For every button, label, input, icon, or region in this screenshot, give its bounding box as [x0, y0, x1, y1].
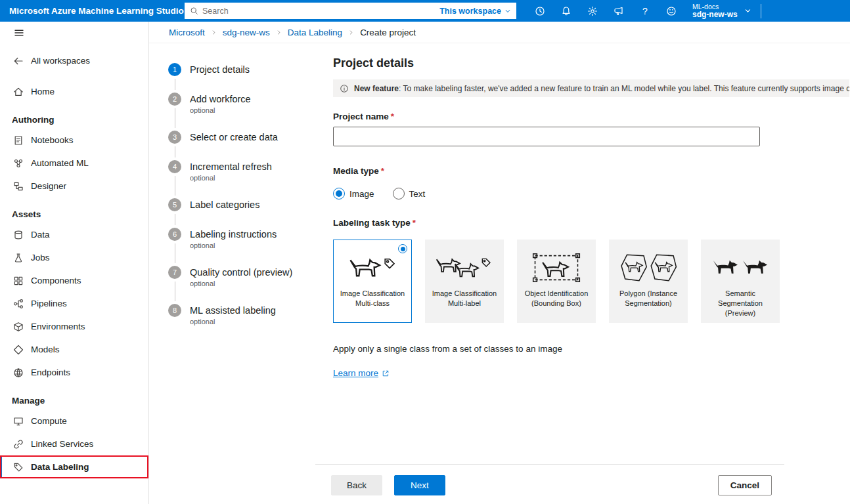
task-card-image-classification-multiclass[interactable]: Image Classification Multi-class — [333, 240, 412, 323]
required-asterisk: * — [391, 112, 394, 121]
bell-icon — [561, 6, 571, 16]
step-number-badge: 7 — [168, 266, 181, 279]
workspace-switcher[interactable]: ML-docs sdg-new-ws — [692, 3, 751, 20]
step-number-badge: 2 — [168, 93, 181, 106]
step-connector — [175, 214, 175, 225]
notifications-button[interactable] — [553, 0, 579, 22]
app-title[interactable]: Microsoft Azure Machine Learning Studio — [0, 6, 185, 16]
flask-icon — [13, 253, 24, 263]
media-type-options: Image Text — [333, 188, 850, 200]
wizard-step-incremental-refresh[interactable]: 4 Incremental refreshoptional — [168, 160, 315, 198]
spacer — [333, 378, 850, 464]
wizard-step-labeling-instructions[interactable]: 6 Labeling instructionsoptional — [168, 228, 315, 266]
search-input[interactable] — [202, 7, 439, 16]
task-card-label: Polygon (Instance Segmentation) — [610, 289, 687, 308]
project-name-input[interactable] — [333, 127, 760, 146]
breadcrumb-link-microsoft[interactable]: Microsoft — [169, 28, 205, 37]
next-button[interactable]: Next — [394, 475, 445, 495]
dogs-polygon-icon — [618, 252, 679, 284]
learn-more-link[interactable]: Learn more — [333, 368, 390, 378]
task-card-label: Image Classification Multi-class — [334, 289, 411, 308]
hamburger-icon — [14, 28, 24, 38]
topbar-actions: ? — [527, 0, 684, 22]
settings-button[interactable] — [579, 0, 606, 22]
step-number-badge: 6 — [168, 228, 181, 241]
task-card-object-identification[interactable]: Object Identification (Bounding Box) — [517, 240, 596, 323]
task-card-image-classification-multilabel[interactable]: Image Classification Multi-label — [425, 240, 504, 323]
all-workspaces-link[interactable]: All workspaces — [0, 49, 148, 72]
sidebar-item-automated-ml[interactable]: Automated ML — [0, 152, 148, 175]
breadcrumb-link-data-labeling[interactable]: Data Labeling — [288, 28, 342, 37]
wizard-step-add-workforce[interactable]: 2 Add workforceoptional — [168, 93, 315, 131]
sidebar-item-jobs[interactable]: Jobs — [0, 246, 148, 269]
azure-ml-studio-window: Microsoft Azure Machine Learning Studio … — [0, 0, 850, 504]
globe-icon — [13, 368, 24, 378]
radio-selected-icon — [333, 188, 345, 200]
task-description: Apply only a single class from a set of … — [333, 344, 850, 354]
gear-icon — [587, 6, 598, 16]
sidebar-item-data-labeling[interactable]: Data Labeling — [0, 455, 148, 478]
workspace-name: ML-docs sdg-new-ws — [692, 3, 738, 20]
wizard-step-ml-assisted-labeling[interactable]: 8 ML assisted labelingoptional — [168, 304, 315, 342]
step-connector — [175, 79, 175, 90]
sidebar-item-models[interactable]: Models — [0, 338, 148, 361]
help-button[interactable]: ? — [632, 0, 658, 22]
sidebar-item-designer[interactable]: Designer — [0, 175, 148, 198]
wizard-step-quality-control[interactable]: 7 Quality control (preview)optional — [168, 266, 315, 304]
diamond-icon — [13, 345, 24, 355]
wizard-step-label-categories[interactable]: 5 Label categories — [168, 198, 315, 228]
sidebar-item-label: Endpoints — [31, 368, 70, 377]
breadcrumb-link-workspace[interactable]: sdg-new-ws — [223, 28, 270, 37]
media-type-text-radio[interactable]: Text — [393, 188, 426, 200]
radio-label: Text — [409, 189, 426, 199]
task-card-label: Object Identification (Bounding Box) — [518, 289, 595, 308]
directory-name: ML-docs — [692, 3, 738, 10]
sidebar-item-pipelines[interactable]: Pipelines — [0, 292, 148, 315]
cancel-button[interactable]: Cancel — [718, 475, 772, 495]
radio-label: Image — [349, 189, 374, 199]
cube-icon — [13, 322, 24, 332]
section-title-manage: Manage — [0, 384, 148, 410]
step-label: Project details — [190, 63, 250, 76]
search-box[interactable]: This workspace — [185, 3, 516, 19]
radio-unselected-icon — [393, 188, 405, 200]
section-title-authoring: Authoring — [0, 103, 148, 129]
task-card-semantic-segmentation[interactable]: Semantic Segmentation (Preview) — [701, 240, 780, 323]
feedback-button[interactable] — [606, 0, 632, 22]
search-scope-dropdown[interactable]: This workspace — [439, 7, 511, 16]
sidebar-item-label: Models — [31, 345, 60, 354]
section-title-assets: Assets — [0, 198, 148, 223]
sidebar-toggle[interactable] — [0, 22, 148, 43]
sidebar-item-data[interactable]: Data — [0, 223, 148, 246]
step-optional-label: optional — [190, 242, 277, 249]
media-type-label: Media type* — [333, 166, 850, 176]
step-number-badge: 5 — [168, 198, 181, 211]
wizard-step-select-or-create-data[interactable]: 3 Select or create data — [168, 131, 315, 160]
monitor-icon — [13, 416, 24, 427]
all-workspaces-label: All workspaces — [31, 56, 90, 66]
back-button[interactable]: Back — [331, 475, 382, 495]
sidebar-item-home[interactable]: Home — [0, 80, 148, 103]
wizard-step-project-details[interactable]: 1 Project details — [168, 63, 315, 93]
pipeline-icon — [13, 299, 24, 309]
sidebar-item-endpoints[interactable]: Endpoints — [0, 361, 148, 384]
sidebar-item-label: Pipelines — [31, 299, 67, 308]
task-card-polygon-instance-segmentation[interactable]: Polygon (Instance Segmentation) — [609, 240, 688, 323]
sidebar-item-environments[interactable]: Environments — [0, 315, 148, 338]
chevron-right-icon — [348, 30, 354, 35]
learn-more-label: Learn more — [333, 368, 378, 378]
components-grid-icon — [13, 276, 24, 286]
sidebar-item-compute[interactable]: Compute — [0, 410, 148, 432]
recent-activity-button[interactable] — [527, 0, 553, 22]
media-type-image-radio[interactable]: Image — [333, 188, 374, 200]
database-icon — [13, 230, 24, 240]
step-label: Quality control (preview) — [190, 266, 292, 279]
step-label: Incremental refresh — [190, 160, 272, 173]
sidebar-item-notebooks[interactable]: Notebooks — [0, 129, 148, 152]
sidebar-item-label: Compute — [31, 416, 67, 426]
sidebar-item-components[interactable]: Components — [0, 269, 148, 292]
emoji-feedback-button[interactable] — [658, 0, 684, 22]
sidebar-item-linked-services[interactable]: Linked Services — [0, 432, 148, 455]
breadcrumb: Microsoft sdg-new-ws Data Labeling Creat… — [169, 28, 416, 37]
main-content: Microsoft sdg-new-ws Data Labeling Creat… — [149, 22, 850, 504]
